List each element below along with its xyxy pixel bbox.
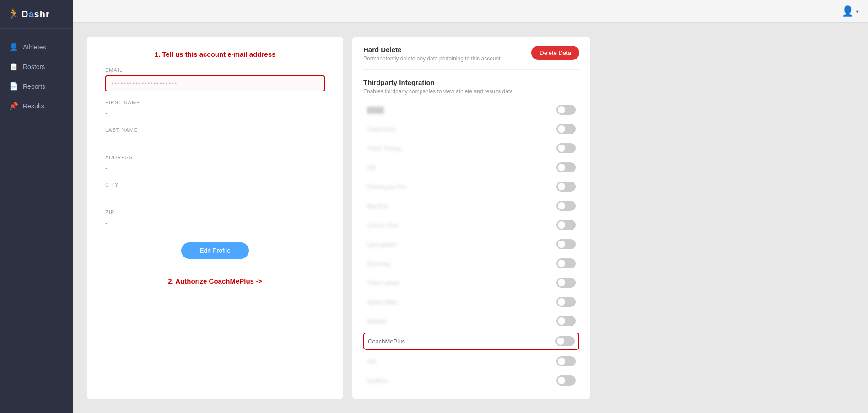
city-label: CITY <box>105 182 325 188</box>
toggle-item8[interactable] <box>556 239 576 249</box>
integration-name-coachmeplus: CoachMePlus <box>368 338 405 345</box>
zip-value: - <box>105 218 325 229</box>
toggle-item4[interactable] <box>556 162 576 172</box>
toggle-item5[interactable] <box>556 182 576 192</box>
last-name-form-group: LAST NAME - <box>105 127 325 146</box>
toggle-item9[interactable] <box>556 258 576 268</box>
toggle-item7[interactable] <box>556 220 576 230</box>
toggle-item3[interactable] <box>556 143 576 153</box>
integration-name-item12: Elitelab <box>367 318 387 325</box>
integration-item-coachmeplus: CoachMePlus <box>363 333 579 350</box>
sidebar: 🏃 Dashr 👤 Athletes 📋 Rosters 📄 Reports 📌… <box>0 0 73 413</box>
toggle-coachmeplus[interactable] <box>555 336 575 346</box>
integration-name-item7: Corvus Run <box>367 222 399 229</box>
sidebar-item-rosters[interactable]: 📋 Rosters <box>4 58 70 75</box>
integration-item-item7: Corvus Run <box>363 217 579 233</box>
integration-item-item8: Lynx green <box>363 236 579 252</box>
content-area: 1. Tell us this account e-mail address E… <box>73 23 868 413</box>
first-name-form-group: FIRST NAME - <box>105 100 325 119</box>
integration-item-item5: FinishLynx Pro <box>363 179 579 194</box>
hard-delete-info: Hard Delete Permanntently delete any dat… <box>363 46 501 62</box>
integration-item-item11: Sprint Mike... <box>363 294 579 310</box>
email-label: EMAIL <box>105 67 325 73</box>
integration-item-item12: Elitelab <box>363 313 579 329</box>
logo-icon: 🏃 <box>7 8 20 20</box>
integration-name-item15: GotRun... <box>367 377 393 384</box>
toggle-item15[interactable] <box>556 375 576 386</box>
email-form-group: EMAIL <box>105 67 325 91</box>
city-form-group: CITY - <box>105 182 325 201</box>
profile-panel: 1. Tell us this account e-mail address E… <box>87 37 343 399</box>
toggle-item10[interactable] <box>556 278 576 288</box>
hard-delete-section: Hard Delete Permanntently delete any dat… <box>363 46 579 70</box>
delete-data-button[interactable]: Delete Data <box>531 46 579 60</box>
toggle-item1[interactable] <box>556 105 576 115</box>
instruction-2: 2. Authorize CoachMePlus -> <box>105 277 325 285</box>
toggle-item2[interactable] <box>556 124 576 134</box>
first-name-value: - <box>105 108 325 119</box>
integration-item-item1: ████ <box>363 102 579 118</box>
main-area: 👤 ▾ 1. Tell us this account e-mail addre… <box>73 0 868 413</box>
integration-item-item3: Track Timing <box>363 140 579 156</box>
integration-item-item14: Gill <box>363 354 579 369</box>
logo-text: Dashr <box>22 9 50 20</box>
hard-delete-title: Hard Delete <box>363 46 501 54</box>
first-name-label: FIRST NAME <box>105 100 325 105</box>
rosters-icon: 📋 <box>9 62 18 71</box>
hard-delete-desc: Permanntently delete any data pertaining… <box>363 55 501 62</box>
sidebar-item-label: Reports <box>23 83 45 90</box>
results-icon: 📌 <box>9 102 18 110</box>
integration-list: ████TrackTownTrack TimingGillFinishLynx … <box>363 102 579 388</box>
integration-name-item1: ████ <box>367 107 384 113</box>
integration-name-item2: TrackTown <box>367 126 395 133</box>
sidebar-item-athletes[interactable]: 👤 Athletes <box>4 38 70 56</box>
sidebar-nav: 👤 Athletes 📋 Rosters 📄 Reports 📌 Results <box>0 38 73 115</box>
reports-icon: 📄 <box>9 82 18 91</box>
address-label: ADDRESS <box>105 155 325 160</box>
edit-profile-button[interactable]: Edit Profile <box>181 242 249 259</box>
integration-item-item2: TrackTown <box>363 121 579 137</box>
integration-name-item10: Track Lanes <box>367 279 399 286</box>
email-input[interactable] <box>105 75 325 91</box>
sidebar-item-label: Athletes <box>23 43 46 51</box>
integration-name-item8: Lynx green <box>367 241 396 248</box>
athletes-icon: 👤 <box>9 43 18 51</box>
toggle-item11[interactable] <box>556 297 576 307</box>
integration-name-item6: Big Run <box>367 203 388 209</box>
integration-name-item14: Gill <box>367 358 376 365</box>
integration-name-item9: Running... <box>367 260 394 267</box>
integration-item-item9: Running... <box>363 256 579 271</box>
integration-name-item4: Gill <box>367 164 376 171</box>
user-menu[interactable]: 👤 ▾ <box>841 5 859 17</box>
integration-name-item11: Sprint Mike... <box>367 299 402 306</box>
address-value: - <box>105 163 325 174</box>
toggle-item6[interactable] <box>556 201 576 211</box>
settings-panel: Hard Delete Permanntently delete any dat… <box>352 37 590 399</box>
city-value: - <box>105 190 325 201</box>
sidebar-item-label: Results <box>23 102 44 110</box>
thirdparty-title: Thirdparty Integration <box>363 79 579 86</box>
chevron-down-icon: ▾ <box>856 8 859 15</box>
integration-item-item10: Track Lanes <box>363 275 579 290</box>
sidebar-item-reports[interactable]: 📄 Reports <box>4 77 70 95</box>
last-name-label: LAST NAME <box>105 127 325 133</box>
zip-form-group: ZIP - <box>105 209 325 229</box>
sidebar-item-results[interactable]: 📌 Results <box>4 97 70 115</box>
toggle-item14[interactable] <box>556 356 576 366</box>
sidebar-item-label: Rosters <box>23 63 45 70</box>
last-name-value: - <box>105 135 325 146</box>
user-avatar-icon: 👤 <box>841 5 854 17</box>
header: 👤 ▾ <box>73 0 868 23</box>
instruction-1: 1. Tell us this account e-mail address <box>105 50 325 58</box>
thirdparty-desc: Enables thirdparty companies to view ath… <box>363 88 579 95</box>
toggle-item12[interactable] <box>556 316 576 326</box>
email-field-wrapper <box>105 75 325 91</box>
zip-label: ZIP <box>105 209 325 215</box>
integration-item-item15: GotRun... <box>363 373 579 388</box>
thirdparty-section: Thirdparty Integration Enables thirdpart… <box>363 79 579 388</box>
address-form-group: ADDRESS - <box>105 155 325 174</box>
integration-item-item4: Gill <box>363 160 579 175</box>
integration-name-item5: FinishLynx Pro <box>367 183 406 190</box>
sidebar-logo: 🏃 Dashr <box>0 0 73 29</box>
integration-item-item6: Big Run <box>363 198 579 214</box>
